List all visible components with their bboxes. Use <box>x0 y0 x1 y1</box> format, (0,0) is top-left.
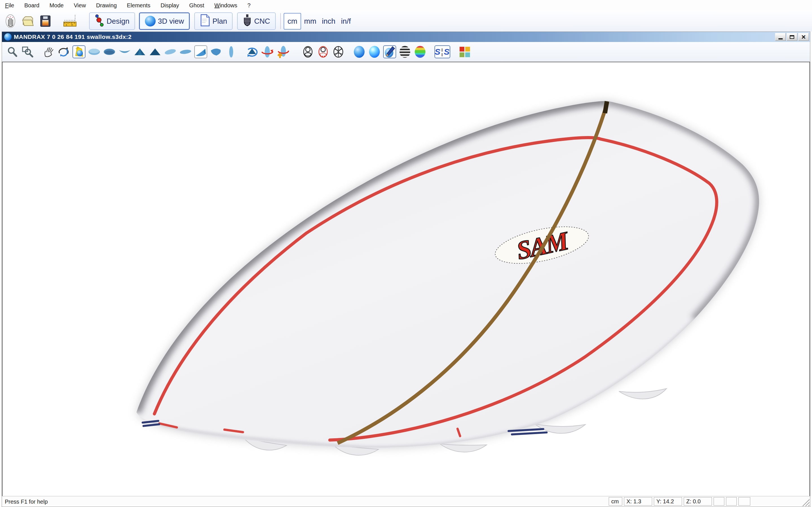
3d-canvas[interactable]: SAM <box>2 62 810 497</box>
hand-new-icon[interactable] <box>3 14 17 29</box>
menu-drawing[interactable]: Drawing <box>96 2 117 9</box>
pan-hand-icon[interactable] <box>42 45 55 58</box>
top-view-icon[interactable] <box>88 45 101 58</box>
menu-ghost[interactable]: Ghost <box>189 2 204 9</box>
mesh-icon[interactable] <box>332 45 345 58</box>
tilt-view-1-icon[interactable] <box>164 45 177 58</box>
surfboard-body <box>137 101 759 448</box>
roll-animation-icon[interactable] <box>261 45 274 58</box>
front-view-icon[interactable] <box>133 45 146 58</box>
back-view-icon[interactable] <box>149 45 161 58</box>
curvature-map-icon[interactable] <box>414 45 426 58</box>
menu-view[interactable]: View <box>74 2 86 9</box>
menu-help[interactable]: ? <box>247 2 250 9</box>
shaded-icon[interactable] <box>353 45 366 58</box>
menu-board[interactable]: Board <box>24 2 39 9</box>
perspective-selected-icon[interactable] <box>194 45 207 58</box>
save-icon[interactable] <box>38 14 52 29</box>
lighting-icon[interactable] <box>72 45 86 58</box>
maximize-icon <box>790 35 794 39</box>
view-toolbar: S¦S <box>2 42 810 62</box>
symmetry-icon[interactable]: S¦S <box>435 45 450 58</box>
window-titlebar[interactable]: MANDRAX 7 0 26 84 191 swallow.s3dx:2 × <box>2 32 810 42</box>
status-z-coordinate: Z: 0.0 <box>684 497 712 506</box>
minimize-button[interactable] <box>775 33 786 41</box>
plan-mode-button[interactable]: Plan <box>194 12 233 30</box>
cnc-mode-label: CNC <box>254 17 270 25</box>
perspective-2-icon[interactable] <box>209 45 222 58</box>
unit-inf-button[interactable]: in/f <box>338 17 354 25</box>
plan-document-icon <box>200 14 210 29</box>
menu-elements[interactable]: Elements <box>127 2 150 9</box>
close-button[interactable]: × <box>798 33 809 41</box>
svg-text:1: 1 <box>66 23 67 26</box>
design-nodes-icon <box>95 14 104 29</box>
unit-inch-button[interactable]: inch <box>319 17 338 25</box>
maximize-button[interactable] <box>786 33 797 41</box>
zoom-icon[interactable] <box>6 45 19 58</box>
status-cell-1 <box>714 497 724 506</box>
tilt-view-2-icon[interactable] <box>179 45 192 58</box>
3d-sphere-icon <box>145 16 156 26</box>
unit-cm-button[interactable]: cm <box>284 13 301 30</box>
outline-view-icon[interactable] <box>225 45 238 58</box>
window-title: MANDRAX 7 0 26 84 191 swallow.s3dx:2 <box>14 34 132 40</box>
tail-tip-mark <box>605 101 607 113</box>
document-window: MANDRAX 7 0 26 84 191 swallow.s3dx:2 × <box>2 32 810 507</box>
menu-display[interactable]: Display <box>160 2 179 9</box>
status-bar: Press F1 for help cm X: 1.3 Y: 14.2 Z: 0… <box>2 496 810 507</box>
side-view-icon[interactable] <box>118 45 131 58</box>
cnc-tool-icon <box>243 14 252 29</box>
cnc-mode-button[interactable]: CNC <box>237 12 275 30</box>
unit-mm-button[interactable]: mm <box>301 17 319 25</box>
wireframe-icon[interactable] <box>301 45 314 58</box>
svg-text:0: 0 <box>71 23 73 26</box>
status-x-coordinate: X: 1.3 <box>624 497 652 506</box>
open-folder-icon[interactable] <box>21 14 35 29</box>
status-help-text: Press F1 for help <box>5 499 48 505</box>
rotate-3d-icon[interactable] <box>57 45 70 58</box>
menu-mode[interactable]: Mode <box>50 2 64 9</box>
spin-animation-icon[interactable] <box>246 45 259 58</box>
menu-windows[interactable]: Windows <box>214 2 237 9</box>
app-sphere-icon <box>4 33 11 41</box>
bottom-view-icon[interactable] <box>103 45 116 58</box>
toolbar-separator <box>280 13 281 29</box>
design-mode-button[interactable]: Design <box>89 12 135 30</box>
surfboard-3d-view: SAM <box>3 62 809 497</box>
ruler-dimensions-icon[interactable]: 10 <box>63 14 77 29</box>
flip-animation-icon[interactable] <box>276 45 289 58</box>
paint-decoration-icon[interactable] <box>383 45 396 58</box>
close-icon: × <box>801 34 806 40</box>
design-mode-label: Design <box>107 17 130 25</box>
menu-bar: File Board Mode View Drawing Elements Di… <box>0 0 812 11</box>
resize-grip[interactable] <box>802 499 809 506</box>
status-unit: cm <box>609 497 622 506</box>
plan-mode-label: Plan <box>212 17 227 25</box>
3d-view-mode-button[interactable]: 3D view <box>139 12 190 30</box>
wireframe-red-icon[interactable] <box>317 45 329 58</box>
status-y-coordinate: Y: 14.2 <box>654 497 682 506</box>
3d-view-mode-label: 3D view <box>158 17 184 25</box>
zebra-stripes-icon[interactable] <box>398 45 411 58</box>
color-palette-icon[interactable] <box>458 45 471 58</box>
minimize-icon <box>778 38 783 40</box>
status-cell-3 <box>739 497 750 506</box>
main-toolbar: 10 Design 3D view Plan <box>0 11 812 32</box>
shaded-bright-icon[interactable] <box>368 45 381 58</box>
status-cell-2 <box>726 497 737 506</box>
menu-file[interactable]: File <box>5 2 14 9</box>
zoom-window-icon[interactable] <box>21 45 34 58</box>
